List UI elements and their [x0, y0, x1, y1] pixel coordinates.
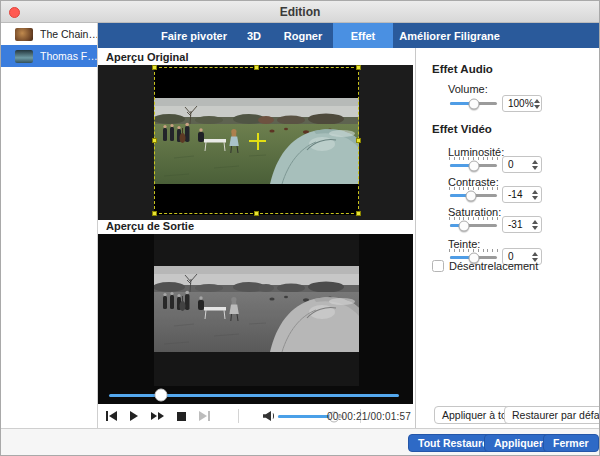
- tab-effet[interactable]: Effet: [333, 23, 393, 48]
- seek-slider[interactable]: [109, 389, 399, 402]
- fast-forward-button[interactable]: [151, 412, 164, 420]
- skip-back-icon: [109, 411, 117, 421]
- stop-button[interactable]: [177, 412, 186, 421]
- stop-icon: [177, 412, 186, 421]
- stepper-up-icon[interactable]: [532, 252, 538, 256]
- crop-center-crosshair-icon: [257, 133, 259, 150]
- contrast-value[interactable]: -14: [503, 189, 530, 200]
- transport-bar: 00:00:21/00:01:57: [98, 404, 414, 428]
- title-bar: Edition: [1, 1, 599, 23]
- speaker-icon[interactable]: [263, 411, 274, 421]
- stepper-up-icon[interactable]: [532, 190, 538, 194]
- crop-handle-bottom-right[interactable]: [356, 211, 361, 216]
- stepper-up-icon[interactable]: [532, 220, 538, 224]
- tab-bar: Faire pivoter 3D Rogner Effet Améliorer …: [98, 23, 600, 48]
- seek-track[interactable]: [109, 394, 399, 397]
- preview-area: Aperçu Original Aperçu de Sortie: [98, 48, 414, 428]
- saturation-stepper[interactable]: -31: [502, 216, 542, 233]
- saturation-slider[interactable]: [450, 219, 497, 231]
- list-item-thomas[interactable]: Thomas F…: [1, 45, 97, 67]
- play-icon: [130, 411, 138, 421]
- seek-thumb[interactable]: [155, 389, 168, 402]
- video-thumbnail: [15, 50, 33, 63]
- tab-filigrane[interactable]: Filigrane: [451, 23, 503, 48]
- tab-ameliorer[interactable]: Améliorer: [397, 23, 453, 48]
- brightness-value[interactable]: 0: [503, 159, 530, 170]
- next-frame-button[interactable]: [199, 411, 210, 421]
- restore-default-button[interactable]: Restaurer par défaut: [504, 406, 600, 424]
- output-preview-label: Aperçu de Sortie: [106, 220, 194, 232]
- stepper-down-icon[interactable]: [532, 226, 538, 230]
- play-button[interactable]: [130, 411, 138, 421]
- crop-handle-mid-left[interactable]: [152, 138, 157, 143]
- stepper-down-icon[interactable]: [532, 196, 538, 200]
- deinterlace-label: Désentrelacement: [449, 260, 538, 272]
- list-item-label: The Chain…: [40, 28, 97, 40]
- crop-handle-bottom-left[interactable]: [152, 211, 157, 216]
- brightness-slider[interactable]: [450, 159, 497, 171]
- contrast-thumb[interactable]: [466, 190, 477, 201]
- skip-forward-icon: [208, 411, 210, 421]
- crop-handle-top-center[interactable]: [254, 65, 259, 70]
- volume-thumb[interactable]: [468, 98, 479, 109]
- contrast-slider[interactable]: [450, 189, 497, 201]
- window-title: Edition: [1, 5, 599, 19]
- video-thumbnail: [15, 28, 33, 41]
- video-list-sidebar: The Chain… Thomas F…: [1, 23, 98, 428]
- stepper-up-icon[interactable]: [534, 99, 540, 103]
- brightness-stepper[interactable]: 0: [502, 156, 542, 173]
- time-display: 00:00:21/00:01:57: [327, 411, 411, 422]
- saturation-thumb[interactable]: [459, 220, 470, 231]
- edition-dialog: Edition The Chain… Thomas F… Faire pivot…: [0, 0, 600, 456]
- skip-forward-icon: [199, 411, 207, 421]
- brightness-thumb[interactable]: [469, 160, 480, 171]
- crop-handle-top-right[interactable]: [356, 65, 361, 70]
- volume-stepper[interactable]: 100%: [502, 95, 542, 112]
- tab-3d[interactable]: 3D: [234, 23, 274, 48]
- volume-slider[interactable]: [450, 97, 497, 109]
- list-item-the-chain[interactable]: The Chain…: [1, 23, 97, 45]
- crop-handle-bottom-center[interactable]: [254, 211, 259, 216]
- tab-faire-pivoter[interactable]: Faire pivoter: [148, 23, 240, 48]
- stepper-down-icon[interactable]: [534, 105, 540, 109]
- deinterlace-checkbox[interactable]: [432, 260, 444, 272]
- original-preview-label: Aperçu Original: [106, 51, 189, 63]
- video-effect-heading: Effet Vidéo: [432, 123, 492, 135]
- crop-handle-top-left[interactable]: [152, 65, 157, 70]
- previous-frame-button[interactable]: [106, 411, 117, 421]
- crop-handle-mid-right[interactable]: [356, 138, 361, 143]
- crop-marquee[interactable]: [154, 67, 359, 214]
- output-preview: [98, 234, 413, 404]
- footer-bar: Tout Restaurer Appliquer Fermer: [1, 428, 599, 456]
- fast-forward-icon: [151, 412, 157, 420]
- effects-panel: Effet Audio Volume: 100% Effet Vidéo Lum…: [415, 48, 600, 428]
- divider: [238, 409, 239, 423]
- stepper-up-icon[interactable]: [532, 160, 538, 164]
- skip-back-icon: [106, 411, 108, 421]
- close-button[interactable]: Fermer: [543, 434, 599, 452]
- volume-label: Volume:: [448, 83, 488, 95]
- saturation-value[interactable]: -31: [503, 219, 530, 230]
- fast-forward-icon: [158, 412, 164, 420]
- output-preview-image: [154, 266, 359, 353]
- audio-effect-heading: Effet Audio: [432, 63, 493, 75]
- original-preview: [98, 65, 413, 220]
- contrast-stepper[interactable]: -14: [502, 186, 542, 203]
- tab-rogner[interactable]: Rogner: [276, 23, 330, 48]
- volume-value[interactable]: 100%: [503, 98, 534, 109]
- list-item-label: Thomas F…: [40, 50, 97, 62]
- stepper-down-icon[interactable]: [532, 166, 538, 170]
